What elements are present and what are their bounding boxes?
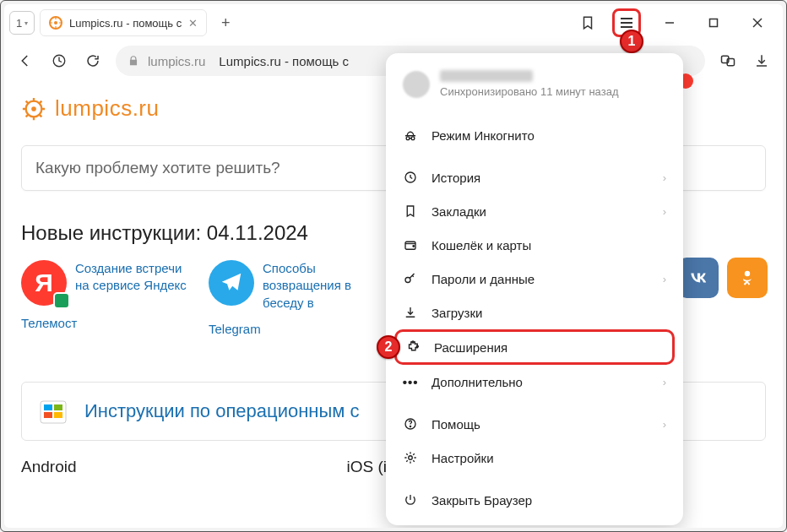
svg-point-42 <box>409 456 413 460</box>
sync-status: Синхронизировано 11 минут назад <box>440 85 618 98</box>
gear-icon <box>403 450 418 465</box>
account-name-blurred <box>440 70 533 82</box>
svg-rect-27 <box>44 404 52 410</box>
tab-counter[interactable]: 1 <box>9 11 35 35</box>
yandex-icon: Я <box>21 260 67 306</box>
share-buttons <box>678 258 768 298</box>
svg-point-37 <box>405 278 410 283</box>
main-menu-button[interactable]: 1 <box>612 8 641 37</box>
svg-rect-30 <box>54 412 62 418</box>
close-window-button[interactable] <box>742 11 773 35</box>
article-1-sub: Телемост <box>21 316 77 330</box>
os-cube-icon <box>37 394 71 428</box>
svg-point-32 <box>406 137 410 140</box>
incognito-icon <box>403 128 418 143</box>
menu-close-browser[interactable]: Закрыть Браузер <box>386 483 683 517</box>
article-1-title: Создание встречи на сервисе Яндекс <box>75 260 190 306</box>
account-section[interactable]: Синхронизировано 11 минут назад <box>386 65 683 110</box>
svg-point-36 <box>413 246 415 247</box>
article-2-title: Способы возвращения в беседу в <box>263 260 377 312</box>
svg-rect-29 <box>44 412 52 418</box>
os-instructions-text: Инструкции по операционным с <box>84 400 360 422</box>
svg-line-24 <box>39 100 41 103</box>
power-icon <box>403 492 418 508</box>
telegram-icon <box>209 260 254 306</box>
chevron-right-icon: › <box>663 418 666 431</box>
menu-passwords[interactable]: Пароли и данные › <box>386 262 683 296</box>
wallet-icon <box>403 237 418 252</box>
lumpics-logo-text: lumpics.ru <box>55 95 159 122</box>
svg-point-33 <box>411 137 415 140</box>
extensions-icon <box>405 339 421 355</box>
lock-icon <box>128 55 139 67</box>
bookmarks-panel-icon[interactable] <box>577 12 599 34</box>
help-icon <box>403 416 418 432</box>
svg-point-41 <box>410 426 410 426</box>
maximize-button[interactable] <box>698 11 729 35</box>
svg-rect-10 <box>710 19 718 27</box>
yandex-home-icon[interactable] <box>48 50 70 72</box>
tab-bar: 1 Lumpics.ru - помощь с ✕ + 1 <box>4 4 783 41</box>
minimize-button[interactable] <box>654 11 685 35</box>
main-menu-dropdown: Синхронизировано 11 минут назад Режим Ин… <box>386 53 683 525</box>
omnibox-title: Lumpics.ru - помощь с <box>219 54 349 68</box>
svg-point-1 <box>54 21 57 24</box>
chevron-right-icon: › <box>663 171 666 184</box>
tab-active[interactable]: Lumpics.ru - помощь с ✕ <box>40 9 207 36</box>
article-card-2[interactable]: Способы возвращения в беседу в Telegram <box>209 260 377 336</box>
menu-incognito[interactable]: Режим Инкогнито <box>386 118 683 152</box>
callout-badge-2: 2 <box>377 335 400 359</box>
telemost-badge-icon <box>53 292 70 309</box>
lumpics-logo-icon <box>21 96 46 122</box>
history-icon <box>403 170 418 185</box>
download-icon <box>403 305 418 320</box>
reload-button[interactable] <box>82 50 104 72</box>
chevron-right-icon: › <box>663 205 666 218</box>
svg-rect-28 <box>54 404 62 410</box>
article-card-1[interactable]: Я Создание встречи на сервисе Яндекс Тел… <box>21 260 190 336</box>
new-tab-button[interactable]: + <box>214 11 237 35</box>
tab-close-icon[interactable]: ✕ <box>188 17 198 30</box>
menu-wallet[interactable]: Кошелёк и карты <box>386 228 683 262</box>
platform-android[interactable]: Android <box>21 458 77 476</box>
menu-extensions[interactable]: 2 Расширения <box>394 329 675 365</box>
svg-line-25 <box>26 114 29 117</box>
avatar <box>403 71 430 98</box>
omnibox-domain: lumpics.ru <box>148 54 205 68</box>
chevron-right-icon: › <box>663 273 666 285</box>
vk-share-button[interactable] <box>678 258 719 298</box>
svg-line-22 <box>26 100 29 103</box>
menu-more[interactable]: ••• Дополнительно › <box>386 365 683 399</box>
download-icon[interactable] <box>751 50 773 72</box>
svg-line-23 <box>39 114 41 117</box>
more-icon: ••• <box>403 374 418 389</box>
menu-bookmarks[interactable]: Закладки › <box>386 194 683 228</box>
menu-settings[interactable]: Настройки <box>386 441 683 475</box>
chevron-right-icon: › <box>663 376 666 388</box>
back-button[interactable] <box>14 50 36 72</box>
svg-point-31 <box>745 271 750 276</box>
bookmarks-icon <box>403 204 418 219</box>
menu-help[interactable]: Помощь › <box>386 407 683 441</box>
lumpics-favicon <box>49 16 62 30</box>
menu-history[interactable]: История › <box>386 160 683 194</box>
callout-badge-1: 1 <box>620 30 643 53</box>
article-2-sub: Telegram <box>209 322 261 336</box>
menu-downloads[interactable]: Загрузки <box>386 296 683 329</box>
ok-share-button[interactable] <box>727 258 768 298</box>
tab-title: Lumpics.ru - помощь с <box>69 17 182 30</box>
key-icon <box>403 271 418 286</box>
svg-point-17 <box>31 106 36 111</box>
translate-icon[interactable] <box>717 50 739 72</box>
